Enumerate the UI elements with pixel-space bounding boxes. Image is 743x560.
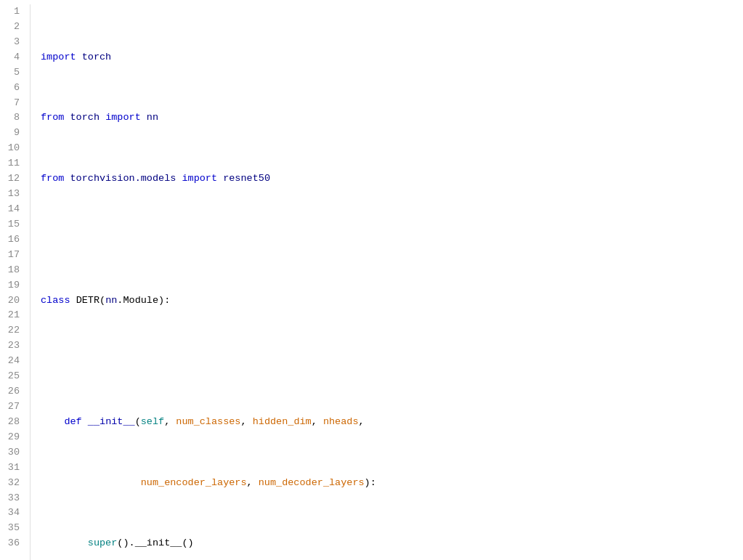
code-line: num_encoder_layers, num_decoder_layers): [41, 476, 728, 491]
code-body[interactable]: import torch from torch import nn from t… [41, 4, 743, 560]
code-line: super().__init__() [41, 536, 728, 551]
code-line: from torchvision.models import resnet50 [41, 171, 728, 187]
code-line [41, 232, 728, 248]
code-line: def __init__(self, num_classes, hidden_d… [41, 415, 728, 430]
code-line [41, 354, 728, 369]
code-editor: 1 2 3 4 5 6 7 8 9 10 11 12 13 14 15 16 1… [0, 0, 743, 560]
code-line: from torch import nn [41, 110, 728, 126]
code-line: import torch [41, 50, 728, 65]
line-number-gutter: 1 2 3 4 5 6 7 8 9 10 11 12 13 14 15 16 1… [0, 4, 31, 560]
code-line: class DETR(nn.Module): [41, 293, 728, 309]
